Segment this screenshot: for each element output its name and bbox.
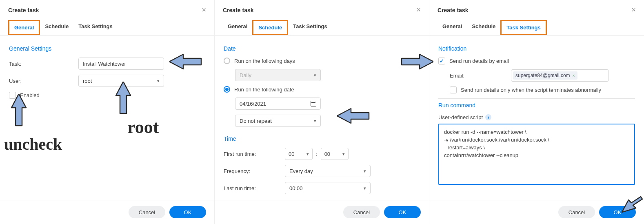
tab-schedule[interactable]: Schedule <box>467 20 500 35</box>
frequency-select[interactable]: Every day <box>285 165 371 177</box>
run-days-label: Run on the following days <box>234 58 295 64</box>
enabled-label: Enabled <box>20 92 40 98</box>
section-date: Date <box>224 42 420 58</box>
user-script-textarea[interactable] <box>438 124 635 185</box>
tab-general[interactable]: General <box>8 20 40 35</box>
calendar-icon[interactable] <box>311 101 316 106</box>
close-icon[interactable]: × <box>202 6 206 14</box>
run-date-label: Run on the following date <box>234 86 294 93</box>
user-select[interactable]: root <box>78 75 164 87</box>
dialog-schedule: Create task × General Schedule Task Sett… <box>215 0 429 224</box>
dialog-title: Create task <box>8 7 39 13</box>
script-label: User-defined script <box>438 114 483 120</box>
last-run-select[interactable]: 00:00 <box>285 182 371 194</box>
dialog-task-settings: Create task × General Schedule Task Sett… <box>429 0 644 224</box>
send-email-checkbox[interactable] <box>438 58 445 64</box>
first-run-min-select[interactable]: 00 <box>321 148 349 160</box>
abnormal-only-checkbox[interactable] <box>450 86 457 93</box>
task-input[interactable] <box>78 58 164 70</box>
tab-task-settings[interactable]: Task Settings <box>500 20 547 35</box>
email-chip[interactable]: supergate84@gmail.com × <box>513 71 577 80</box>
section-run-command: Run command <box>438 99 635 114</box>
email-label: Email: <box>450 73 511 79</box>
ok-button[interactable]: OK <box>599 206 636 218</box>
section-time: Time <box>224 132 420 148</box>
email-input[interactable]: supergate84@gmail.com × <box>511 69 609 82</box>
tab-task-settings[interactable]: Task Settings <box>288 20 332 35</box>
user-label: User: <box>9 78 78 84</box>
cancel-button[interactable]: Cancel <box>558 206 595 218</box>
enabled-checkbox[interactable] <box>9 92 16 99</box>
info-icon[interactable]: i <box>485 114 491 120</box>
section-notification: Notification <box>438 42 635 58</box>
tab-schedule[interactable]: Schedule <box>40 20 73 35</box>
task-label: Task: <box>9 61 78 67</box>
ok-button[interactable]: OK <box>384 206 421 218</box>
cancel-button[interactable]: Cancel <box>129 206 165 218</box>
cancel-button[interactable]: Cancel <box>343 206 380 218</box>
tab-general[interactable]: General <box>437 20 467 35</box>
last-run-label: Last run time: <box>224 185 285 191</box>
run-days-radio[interactable] <box>224 58 230 64</box>
dialog-general: Create task × General Schedule Task Sett… <box>0 0 215 224</box>
time-colon: : <box>316 151 318 157</box>
send-email-label: Send run details by email <box>449 58 509 64</box>
close-icon[interactable]: × <box>631 6 636 14</box>
repeat-select[interactable]: Do not repeat <box>235 115 321 127</box>
close-icon[interactable]: × <box>416 6 421 14</box>
run-date-radio[interactable] <box>224 86 230 93</box>
tab-general[interactable]: General <box>223 20 252 35</box>
dialog-title: Create task <box>437 7 469 13</box>
date-input[interactable]: 04/16/2021 <box>235 98 321 110</box>
run-days-select: Daily <box>235 69 321 81</box>
frequency-label: Frequency: <box>224 168 285 174</box>
ok-button[interactable]: OK <box>169 206 206 218</box>
section-general-settings: General Settings <box>9 42 205 58</box>
dialog-title: Create task <box>223 7 254 13</box>
first-run-hour-select[interactable]: 00 <box>285 148 313 160</box>
abnormal-only-label: Send run details only when the script te… <box>461 87 601 93</box>
remove-chip-icon[interactable]: × <box>573 73 575 78</box>
tab-schedule[interactable]: Schedule <box>252 20 288 35</box>
tab-task-settings[interactable]: Task Settings <box>73 20 118 35</box>
first-run-label: First run time: <box>224 151 285 157</box>
